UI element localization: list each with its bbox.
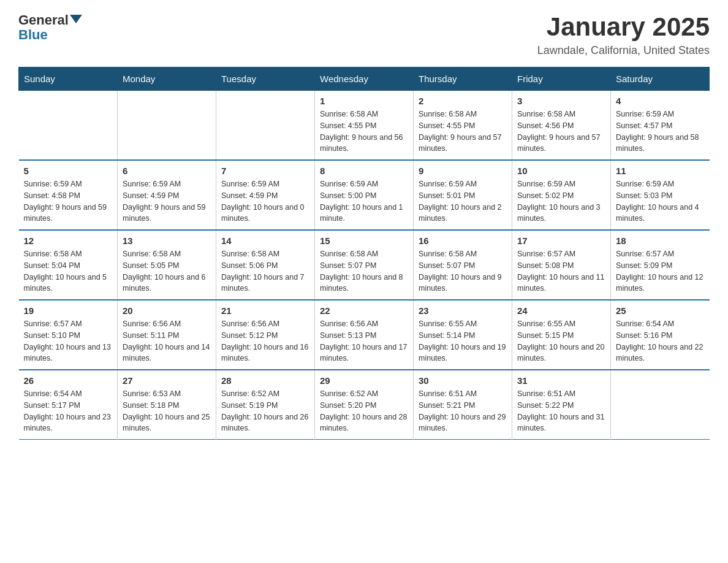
day-info: Sunrise: 6:56 AMSunset: 5:11 PMDaylight:…: [123, 318, 211, 364]
calendar-cell: 27Sunrise: 6:53 AMSunset: 5:18 PMDayligh…: [118, 370, 216, 440]
day-number: 6: [123, 166, 211, 176]
day-info: Sunrise: 6:57 AMSunset: 5:08 PMDaylight:…: [517, 248, 605, 294]
day-info: Sunrise: 6:55 AMSunset: 5:14 PMDaylight:…: [419, 318, 507, 364]
day-number: 24: [517, 305, 605, 316]
day-number: 20: [123, 305, 211, 316]
day-number: 23: [419, 305, 507, 316]
logo-arrow-icon: [70, 15, 82, 23]
day-info: Sunrise: 6:58 AMSunset: 5:07 PMDaylight:…: [419, 248, 507, 294]
day-info: Sunrise: 6:59 AMSunset: 5:00 PMDaylight:…: [320, 178, 408, 224]
day-of-week-header: Tuesday: [216, 67, 315, 91]
day-number: 18: [616, 236, 705, 246]
day-info: Sunrise: 6:57 AMSunset: 5:09 PMDaylight:…: [616, 248, 705, 294]
day-number: 17: [517, 236, 605, 246]
calendar-cell: 14Sunrise: 6:58 AMSunset: 5:06 PMDayligh…: [216, 230, 315, 300]
calendar-header: SundayMondayTuesdayWednesdayThursdayFrid…: [19, 67, 710, 91]
day-info: Sunrise: 6:51 AMSunset: 5:21 PMDaylight:…: [419, 388, 507, 434]
calendar-week-row: 26Sunrise: 6:54 AMSunset: 5:17 PMDayligh…: [19, 370, 710, 440]
day-info: Sunrise: 6:59 AMSunset: 5:02 PMDaylight:…: [517, 178, 605, 224]
day-of-week-header: Saturday: [611, 67, 710, 91]
day-info: Sunrise: 6:59 AMSunset: 5:01 PMDaylight:…: [419, 178, 507, 224]
day-info: Sunrise: 6:54 AMSunset: 5:16 PMDaylight:…: [616, 318, 705, 364]
day-number: 19: [24, 305, 113, 316]
day-of-week-header: Thursday: [414, 67, 512, 91]
day-number: 26: [24, 375, 113, 386]
calendar-cell: [216, 91, 315, 161]
day-number: 7: [221, 166, 309, 176]
day-info: Sunrise: 6:58 AMSunset: 4:56 PMDaylight:…: [517, 109, 605, 155]
day-info: Sunrise: 6:52 AMSunset: 5:20 PMDaylight:…: [320, 388, 408, 434]
day-info: Sunrise: 6:51 AMSunset: 5:22 PMDaylight:…: [517, 388, 605, 434]
day-number: 1: [320, 96, 408, 106]
day-info: Sunrise: 6:58 AMSunset: 5:05 PMDaylight:…: [123, 248, 211, 294]
day-info: Sunrise: 6:58 AMSunset: 5:07 PMDaylight:…: [320, 248, 408, 294]
day-number: 21: [221, 305, 309, 316]
calendar-table: SundayMondayTuesdayWednesdayThursdayFrid…: [18, 67, 710, 440]
calendar-cell: 29Sunrise: 6:52 AMSunset: 5:20 PMDayligh…: [315, 370, 414, 440]
calendar-week-row: 5Sunrise: 6:59 AMSunset: 4:58 PMDaylight…: [19, 160, 710, 230]
day-info: Sunrise: 6:55 AMSunset: 5:15 PMDaylight:…: [517, 318, 605, 364]
day-info: Sunrise: 6:53 AMSunset: 5:18 PMDaylight:…: [123, 388, 211, 434]
day-of-week-header: Wednesday: [315, 67, 414, 91]
calendar-week-row: 12Sunrise: 6:58 AMSunset: 5:04 PMDayligh…: [19, 230, 710, 300]
calendar-cell: 6Sunrise: 6:59 AMSunset: 4:59 PMDaylight…: [118, 160, 216, 230]
day-number: 25: [616, 305, 705, 316]
day-info: Sunrise: 6:59 AMSunset: 4:59 PMDaylight:…: [221, 178, 309, 224]
calendar-cell: 25Sunrise: 6:54 AMSunset: 5:16 PMDayligh…: [611, 300, 710, 370]
calendar-week-row: 19Sunrise: 6:57 AMSunset: 5:10 PMDayligh…: [19, 300, 710, 370]
day-number: 29: [320, 375, 408, 386]
day-number: 11: [616, 166, 705, 176]
calendar-cell: 26Sunrise: 6:54 AMSunset: 5:17 PMDayligh…: [19, 370, 118, 440]
calendar-body: 1Sunrise: 6:58 AMSunset: 4:55 PMDaylight…: [19, 91, 710, 440]
day-of-week-header: Monday: [118, 67, 216, 91]
calendar-cell: 2Sunrise: 6:58 AMSunset: 4:55 PMDaylight…: [414, 91, 512, 161]
calendar-cell: 3Sunrise: 6:58 AMSunset: 4:56 PMDaylight…: [512, 91, 611, 161]
calendar-cell: 30Sunrise: 6:51 AMSunset: 5:21 PMDayligh…: [414, 370, 512, 440]
calendar-cell: 19Sunrise: 6:57 AMSunset: 5:10 PMDayligh…: [19, 300, 118, 370]
day-number: 15: [320, 236, 408, 246]
day-number: 10: [517, 166, 605, 176]
calendar-cell: 22Sunrise: 6:56 AMSunset: 5:13 PMDayligh…: [315, 300, 414, 370]
calendar-cell: 17Sunrise: 6:57 AMSunset: 5:08 PMDayligh…: [512, 230, 611, 300]
day-number: 8: [320, 166, 408, 176]
day-info: Sunrise: 6:58 AMSunset: 5:04 PMDaylight:…: [24, 248, 113, 294]
logo-blue-text: Blue: [18, 27, 48, 43]
calendar-cell: [611, 370, 710, 440]
day-number: 4: [616, 96, 705, 106]
calendar-cell: [19, 91, 118, 161]
calendar-cell: 8Sunrise: 6:59 AMSunset: 5:00 PMDaylight…: [315, 160, 414, 230]
calendar-week-row: 1Sunrise: 6:58 AMSunset: 4:55 PMDaylight…: [19, 91, 710, 161]
calendar-cell: 12Sunrise: 6:58 AMSunset: 5:04 PMDayligh…: [19, 230, 118, 300]
calendar-cell: 4Sunrise: 6:59 AMSunset: 4:57 PMDaylight…: [611, 91, 710, 161]
day-number: 13: [123, 236, 211, 246]
day-number: 28: [221, 375, 309, 386]
day-number: 22: [320, 305, 408, 316]
page-header: General Blue January 2025 Lawndale, Cali…: [18, 12, 710, 57]
calendar-cell: 15Sunrise: 6:58 AMSunset: 5:07 PMDayligh…: [315, 230, 414, 300]
day-info: Sunrise: 6:54 AMSunset: 5:17 PMDaylight:…: [24, 388, 113, 434]
calendar-cell: 16Sunrise: 6:58 AMSunset: 5:07 PMDayligh…: [414, 230, 512, 300]
day-info: Sunrise: 6:58 AMSunset: 4:55 PMDaylight:…: [320, 109, 408, 155]
day-number: 3: [517, 96, 605, 106]
calendar-cell: 23Sunrise: 6:55 AMSunset: 5:14 PMDayligh…: [414, 300, 512, 370]
calendar-cell: 11Sunrise: 6:59 AMSunset: 5:03 PMDayligh…: [611, 160, 710, 230]
calendar-cell: 20Sunrise: 6:56 AMSunset: 5:11 PMDayligh…: [118, 300, 216, 370]
logo: General Blue: [18, 12, 82, 43]
day-number: 16: [419, 236, 507, 246]
calendar-cell: 13Sunrise: 6:58 AMSunset: 5:05 PMDayligh…: [118, 230, 216, 300]
day-number: 27: [123, 375, 211, 386]
calendar-cell: 28Sunrise: 6:52 AMSunset: 5:19 PMDayligh…: [216, 370, 315, 440]
calendar-cell: 21Sunrise: 6:56 AMSunset: 5:12 PMDayligh…: [216, 300, 315, 370]
calendar-cell: 31Sunrise: 6:51 AMSunset: 5:22 PMDayligh…: [512, 370, 611, 440]
day-of-week-header: Friday: [512, 67, 611, 91]
day-number: 12: [24, 236, 113, 246]
calendar-cell: 1Sunrise: 6:58 AMSunset: 4:55 PMDaylight…: [315, 91, 414, 161]
day-number: 30: [419, 375, 507, 386]
title-block: January 2025 Lawndale, California, Unite…: [537, 12, 710, 57]
days-of-week-row: SundayMondayTuesdayWednesdayThursdayFrid…: [19, 67, 710, 91]
day-info: Sunrise: 6:56 AMSunset: 5:12 PMDaylight:…: [221, 318, 309, 364]
calendar-cell: 7Sunrise: 6:59 AMSunset: 4:59 PMDaylight…: [216, 160, 315, 230]
day-number: 5: [24, 166, 113, 176]
day-info: Sunrise: 6:59 AMSunset: 4:59 PMDaylight:…: [123, 178, 211, 224]
day-number: 31: [517, 375, 605, 386]
